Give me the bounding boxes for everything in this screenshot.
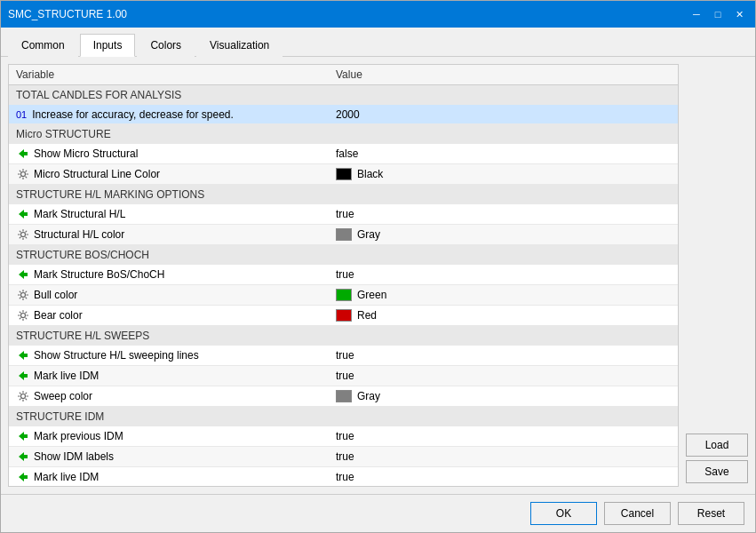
table-row[interactable]: Mark Structural H/L true: [9, 204, 678, 225]
svg-point-3: [21, 314, 26, 318]
row-value: false: [336, 147, 358, 160]
svg-point-1: [21, 233, 26, 237]
arrow-icon: [16, 429, 30, 443]
row-number: 01: [16, 109, 27, 120]
window-title: SMC_STRUCTURE 1.00: [8, 8, 127, 20]
section-label: TOTAL CANDLES FOR ANALYSIS: [16, 89, 181, 101]
row-value: true: [336, 450, 354, 463]
table-row[interactable]: Structural H/L color Gray: [9, 225, 678, 245]
table-row[interactable]: Mark previous IDM true: [9, 426, 678, 447]
table-row[interactable]: Bull color Green: [9, 285, 678, 306]
window-controls: ─ □ ✕: [688, 6, 748, 22]
row-label: Mark live IDM: [34, 471, 99, 483]
row-label: Sweep color: [34, 390, 92, 402]
cancel-button[interactable]: Cancel: [604, 502, 671, 525]
row-label: Show Structure H/L sweeping lines: [34, 349, 199, 362]
row-value: true: [336, 208, 354, 220]
table-header: Variable Value: [9, 65, 678, 85]
row-label: Bull color: [34, 289, 77, 301]
row-label: Increase for accuracy, decrease for spee…: [32, 108, 234, 121]
color-swatch[interactable]: [336, 168, 352, 180]
tab-colors[interactable]: Colors: [137, 34, 195, 57]
table-row[interactable]: Show Structure H/L sweeping lines true: [9, 346, 678, 366]
row-label: Mark Structural H/L: [34, 208, 125, 220]
gear-icon: [16, 389, 30, 403]
color-swatch[interactable]: [336, 289, 352, 301]
arrow-icon: [16, 207, 30, 221]
section-label: STRUCTURE H/L MARKING OPTIONS: [16, 188, 204, 201]
arrow-icon: [16, 369, 30, 383]
close-button[interactable]: ✕: [730, 6, 748, 22]
table-row[interactable]: Sweep color Gray: [9, 386, 678, 407]
table-body[interactable]: TOTAL CANDLES FOR ANALYSIS 01 Increase f…: [9, 85, 678, 486]
row-label: Bear color: [34, 309, 83, 322]
row-label: Mark live IDM: [34, 370, 99, 382]
main-window: SMC_STRUCTURE 1.00 ─ □ ✕ Common Inputs C…: [0, 0, 756, 533]
tabs-bar: Common Inputs Colors Visualization: [1, 28, 755, 57]
table-row[interactable]: Mark Structure BoS/ChoCH true: [9, 265, 678, 285]
minimize-button[interactable]: ─: [688, 6, 705, 22]
load-button[interactable]: Load: [686, 434, 748, 457]
row-value: 2000: [336, 108, 360, 121]
gear-icon: [16, 227, 30, 242]
gear-icon: [16, 167, 30, 181]
row-value: Green: [357, 289, 386, 301]
row-value: Gray: [357, 390, 380, 402]
row-label: Show IDM labels: [34, 450, 114, 463]
arrow-icon: [16, 267, 30, 282]
maximize-button[interactable]: □: [709, 6, 727, 22]
row-value: true: [336, 430, 354, 442]
section-label: STRUCTURE BOS/CHOCH: [16, 249, 149, 261]
row-label: Structural H/L color: [34, 228, 124, 241]
row-value: true: [336, 349, 354, 362]
row-value: true: [336, 268, 354, 281]
row-value: true: [336, 471, 354, 483]
tab-common[interactable]: Common: [8, 34, 78, 57]
tab-visualization[interactable]: Visualization: [196, 34, 283, 57]
section-total-candles: TOTAL CANDLES FOR ANALYSIS: [9, 85, 678, 105]
header-value: Value: [329, 65, 678, 84]
content-area: Variable Value TOTAL CANDLES FOR ANALYSI…: [1, 57, 755, 494]
arrow-icon: [16, 470, 30, 484]
table-row[interactable]: Show Micro Structural false: [9, 144, 678, 164]
row-label: Mark Structure BoS/ChoCH: [34, 268, 164, 281]
color-swatch[interactable]: [336, 228, 352, 241]
section-label: STRUCTURE IDM: [16, 410, 104, 423]
svg-point-0: [21, 172, 26, 177]
variables-table: Variable Value TOTAL CANDLES FOR ANALYSI…: [8, 64, 679, 487]
arrow-icon: [16, 348, 30, 362]
table-row[interactable]: Show IDM labels true: [9, 447, 678, 467]
tab-inputs[interactable]: Inputs: [80, 34, 136, 57]
row-value: Gray: [357, 228, 380, 241]
header-variable: Variable: [9, 65, 329, 84]
section-bos-choch: STRUCTURE BOS/CHOCH: [9, 245, 678, 265]
save-button[interactable]: Save: [686, 460, 748, 483]
row-label: Mark previous IDM: [34, 430, 123, 442]
row-label: Micro Structural Line Color: [34, 168, 160, 180]
section-label: Micro STRUCTURE: [16, 128, 111, 140]
section-micro-structure: Micro STRUCTURE: [9, 124, 678, 144]
section-structure-idm: STRUCTURE IDM: [9, 407, 678, 426]
row-value: Red: [357, 309, 377, 322]
gear-icon: [16, 288, 30, 302]
table-row[interactable]: 01 Increase for accuracy, decrease for s…: [9, 105, 678, 124]
ok-button[interactable]: OK: [530, 502, 597, 525]
section-label: STRUCTURE H/L SWEEPS: [16, 330, 149, 342]
bottom-bar: OK Cancel Reset: [1, 494, 755, 532]
section-hl-marking: STRUCTURE H/L MARKING OPTIONS: [9, 185, 678, 204]
side-buttons: Load Save: [686, 64, 748, 487]
row-label: Show Micro Structural: [34, 147, 138, 160]
title-bar: SMC_STRUCTURE 1.00 ─ □ ✕: [1, 1, 755, 28]
color-swatch[interactable]: [336, 309, 352, 322]
table-row[interactable]: Bear color Red: [9, 306, 678, 326]
color-swatch[interactable]: [336, 390, 352, 402]
table-row[interactable]: Micro Structural Line Color Black: [9, 164, 678, 185]
row-value: true: [336, 370, 354, 382]
svg-point-2: [21, 293, 26, 298]
gear-icon: [16, 308, 30, 322]
svg-point-4: [21, 394, 26, 399]
arrow-icon: [16, 147, 30, 161]
table-row[interactable]: Mark live IDM true: [9, 467, 678, 486]
reset-button[interactable]: Reset: [678, 502, 744, 525]
table-row[interactable]: Mark live IDM true: [9, 366, 678, 386]
